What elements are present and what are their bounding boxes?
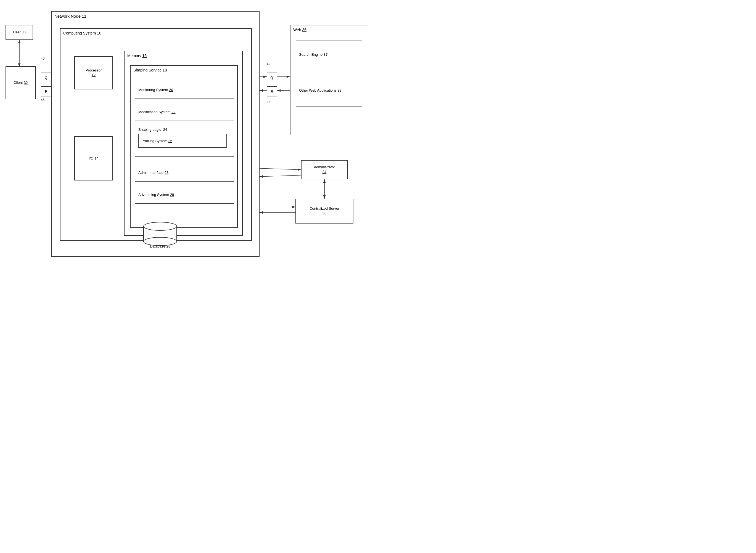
web-text: Web (293, 27, 301, 32)
user-text: User (13, 30, 20, 34)
io-label: I/O 14 (89, 156, 98, 161)
database-number: 28 (166, 244, 170, 248)
r-box: R (41, 86, 51, 97)
monitoring-system-box: Monitoring System 20 (135, 81, 234, 99)
io-text: I/O (89, 156, 93, 160)
web-number: 36 (302, 27, 306, 32)
admin-interface-box: Admin Interface 28 (135, 164, 234, 181)
computing-system-text: Computing System (63, 31, 96, 35)
arrow-label-42: 42 (267, 62, 270, 66)
r2-label: R (271, 90, 273, 93)
search-engine-number: 37 (324, 53, 328, 57)
processor-text: Processor (86, 68, 102, 73)
svg-point-23 (144, 222, 177, 230)
advertising-system-number: 29 (170, 192, 174, 197)
database-box: Database 28 (141, 221, 180, 248)
administrator-label: Administrator 34 (314, 165, 335, 174)
user-box: User 30 (5, 25, 33, 40)
monitoring-system-number: 20 (169, 88, 173, 92)
monitoring-system-text: Monitoring System (138, 88, 168, 92)
arrow-label-46: 46 (41, 98, 45, 102)
computing-system-number: 10 (97, 31, 101, 35)
shaping-service-label: Shaping Service 18 (133, 68, 167, 72)
database-text: Database (150, 244, 165, 248)
computing-system-label: Computing System 10 (63, 31, 101, 35)
memory-label: Memory 16 (127, 54, 147, 58)
profiling-system-number: 26 (168, 139, 172, 143)
centralized-server-number: 36 (310, 211, 339, 216)
web-label: Web 36 (293, 27, 306, 32)
q-box: Q (41, 73, 51, 83)
profiling-system-box: Profiling System 26 (138, 134, 227, 148)
client-label: Client 32 (13, 81, 27, 85)
shaping-service-box: Shaping Service 18 Monitoring System 20 … (130, 65, 238, 228)
r-label: R (45, 90, 48, 93)
shaping-logic-box: Shaping Logic 24 Profiling System 26 (135, 125, 234, 157)
client-number: 32 (24, 81, 27, 85)
shaping-logic-text: Shaping Logic (138, 128, 161, 132)
administrator-box: Administrator 34 (301, 160, 348, 179)
network-node-box: Network Node 11 Computing System 10 Proc… (51, 11, 260, 257)
user-number: 30 (21, 30, 25, 34)
shaping-service-number: 18 (163, 68, 167, 72)
shaping-service-text: Shaping Service (133, 68, 161, 72)
processor-box: Processor 12 (74, 56, 113, 89)
modification-system-text: Modification System (138, 110, 170, 114)
database-label: Database 28 (141, 244, 180, 248)
advertising-system-text: Advertising System (138, 192, 169, 197)
search-engine-box: Search Engine 37 (296, 41, 362, 68)
memory-text: Memory (127, 54, 141, 58)
other-web-number: 39 (337, 88, 341, 92)
user-label: User 30 (13, 30, 26, 35)
centralized-server-label: Centralized Server 36 (310, 207, 339, 216)
other-web-box: Other Web Applications 39 (296, 74, 362, 107)
diagram: 40 17 42 44 46 Network Node 11 Computing… (0, 0, 378, 276)
svg-line-18 (260, 175, 301, 177)
arrow-label-44: 44 (267, 101, 270, 104)
client-text: Client (13, 81, 23, 85)
administrator-number: 34 (314, 170, 335, 174)
search-engine-text: Search Engine (299, 53, 323, 57)
other-web-text: Other Web Applications (299, 88, 337, 92)
io-number: 14 (94, 156, 98, 160)
modification-system-box: Modification System 22 (135, 103, 234, 121)
q-label: Q (45, 76, 47, 80)
network-node-number: 11 (82, 14, 86, 18)
admin-interface-text: Admin Interface (138, 170, 163, 175)
r2-box: R (267, 86, 277, 97)
shaping-logic-number: 24 (163, 128, 167, 132)
processor-label: Processor 12 (86, 68, 102, 78)
centralized-server-text: Centralized Server (310, 207, 339, 211)
processor-number: 12 (86, 73, 102, 78)
arrow-label-40: 40 (41, 57, 45, 61)
profiling-system-text: Profiling System (141, 139, 167, 143)
client-box: Client 32 (5, 66, 36, 99)
io-box: I/O 14 (74, 136, 113, 180)
web-box: Web 36 Search Engine 37 Other Web Applic… (290, 25, 367, 135)
network-node-label: Network Node 11 (54, 14, 86, 18)
computing-system-box: Computing System 10 Processor 12 I/O 14 (60, 28, 252, 241)
qprime-label: Q' (270, 76, 274, 80)
advertising-system-box: Advertising System 29 (135, 186, 234, 204)
qprime-box: Q' (267, 73, 277, 83)
memory-number: 16 (142, 54, 147, 58)
svg-line-17 (260, 168, 301, 170)
administrator-text: Administrator (314, 165, 335, 170)
modification-system-number: 22 (171, 110, 175, 114)
memory-box: Memory 16 Shaping Service 18 Monitoring … (124, 51, 243, 236)
admin-interface-number: 28 (164, 170, 168, 175)
centralized-server-box: Centralized Server 36 (295, 199, 353, 224)
network-node-text: Network Node (54, 14, 81, 18)
